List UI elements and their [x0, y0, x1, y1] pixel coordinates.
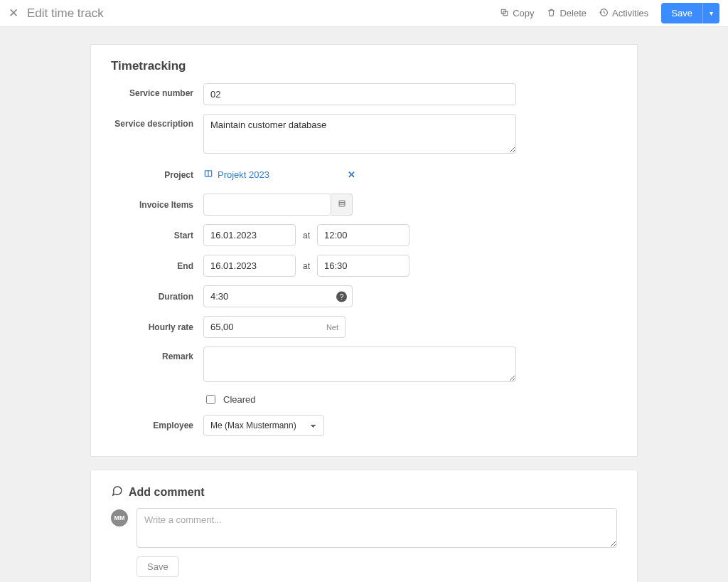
- top-bar: ✕ Edit time track Copy Delete Activities…: [0, 0, 728, 27]
- label-end: End: [111, 261, 203, 271]
- cleared-label[interactable]: Cleared: [223, 394, 256, 405]
- history-icon: [599, 8, 609, 19]
- project-remove-icon[interactable]: ✕: [348, 169, 355, 180]
- remark-input[interactable]: [203, 346, 516, 382]
- project-icon: [203, 169, 213, 181]
- label-duration: Duration: [111, 292, 203, 302]
- label-project: Project: [111, 170, 203, 180]
- copy-button[interactable]: Copy: [500, 8, 534, 19]
- timetracking-card: Timetracking Service number Service desc…: [90, 44, 638, 457]
- comments-title: Add comment: [129, 486, 205, 499]
- label-service-description: Service description: [111, 114, 203, 129]
- label-invoice-items: Invoice Items: [111, 200, 203, 210]
- trash-icon: [547, 8, 556, 19]
- delete-button[interactable]: Delete: [547, 8, 587, 19]
- save-button[interactable]: Save: [661, 3, 702, 23]
- end-time-input[interactable]: [317, 255, 410, 277]
- hourly-rate-input[interactable]: [203, 316, 346, 338]
- invoice-items-browse-button[interactable]: [331, 194, 353, 216]
- end-at-label: at: [303, 261, 310, 271]
- section-title: Timetracking: [111, 59, 617, 73]
- comment-input[interactable]: [136, 508, 617, 548]
- end-date-input[interactable]: [203, 255, 296, 277]
- duration-help-icon[interactable]: ?: [336, 291, 347, 302]
- service-number-input[interactable]: [203, 83, 516, 105]
- start-date-input[interactable]: [203, 224, 296, 246]
- service-description-input[interactable]: Maintain customer database: [203, 114, 516, 154]
- activities-button[interactable]: Activities: [599, 8, 648, 19]
- label-start: Start: [111, 231, 203, 240]
- delete-label: Delete: [560, 8, 587, 18]
- employee-select[interactable]: Me (Max Mustermann): [203, 415, 324, 436]
- net-label: Net: [326, 323, 338, 332]
- label-remark: Remark: [111, 346, 203, 361]
- avatar: MM: [111, 509, 128, 527]
- save-dropdown-button[interactable]: ▾: [702, 3, 719, 23]
- start-at-label: at: [303, 231, 310, 240]
- project-link[interactable]: Projekt 2023: [203, 164, 269, 185]
- cleared-checkbox[interactable]: [206, 395, 215, 404]
- copy-icon: [500, 8, 509, 19]
- copy-label: Copy: [513, 8, 534, 18]
- list-icon: [338, 199, 346, 210]
- invoice-items-search[interactable]: [203, 194, 331, 216]
- comment-save-button[interactable]: Save: [136, 556, 179, 577]
- start-time-input[interactable]: [317, 224, 410, 246]
- comments-card: Add comment MM Save: [90, 470, 638, 582]
- label-hourly-rate: Hourly rate: [111, 322, 203, 332]
- close-icon[interactable]: ✕: [9, 7, 18, 19]
- label-service-number: Service number: [111, 83, 203, 98]
- page-title: Edit time track: [27, 6, 104, 21]
- project-name: Projekt 2023: [218, 169, 269, 180]
- activities-label: Activities: [612, 8, 648, 18]
- duration-input[interactable]: [203, 285, 353, 307]
- label-employee: Employee: [111, 420, 203, 430]
- svg-rect-4: [339, 201, 345, 206]
- comment-icon: [111, 485, 123, 499]
